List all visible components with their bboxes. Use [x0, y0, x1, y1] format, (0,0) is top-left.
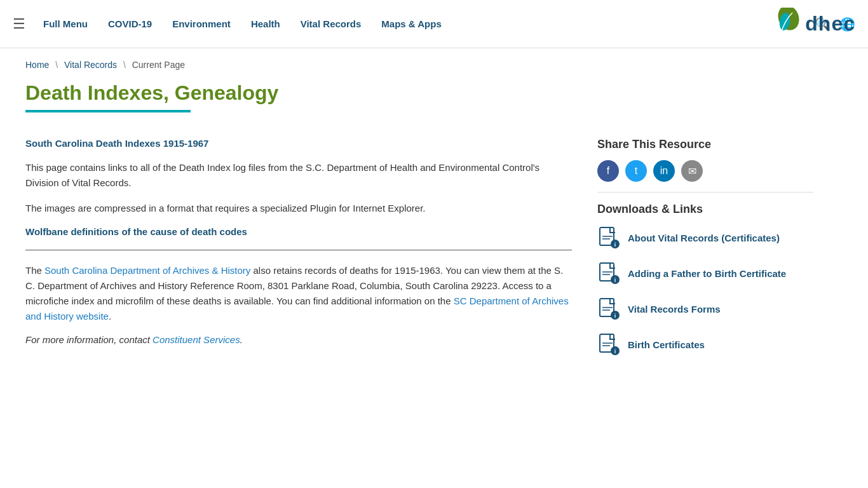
title-underline	[25, 110, 191, 112]
nav-covid19[interactable]: COVID-19	[98, 18, 162, 29]
download-item-about: i About Vital Records (Certificates)	[597, 226, 813, 249]
document-icon-forms: i	[597, 297, 620, 320]
content-right: Share This Resource f t in ✉ Downloads &…	[597, 138, 813, 369]
share-email-button[interactable]: ✉	[681, 160, 703, 182]
contact-paragraph: For more information, contact Constituen…	[25, 334, 572, 345]
breadcrumb-current: Current Page	[132, 60, 185, 70]
share-facebook-button[interactable]: f	[597, 160, 619, 182]
contact-suffix: .	[240, 334, 243, 345]
download-item-father: i Adding a Father to Birth Certificate	[597, 262, 813, 285]
archives-link[interactable]: South Carolina Department of Archives & …	[44, 265, 250, 276]
paragraph3-suffix: .	[109, 311, 111, 322]
paragraph1: This page contains links to all of the D…	[25, 160, 572, 191]
page-title: Death Indexes, Genealogy	[25, 81, 843, 105]
download-item-birth: i Birth Certificates	[597, 333, 813, 356]
section-divider	[25, 250, 572, 250]
nav-vital-records[interactable]: Vital Records	[290, 18, 372, 29]
breadcrumb: Home \ Vital Records \ Current Page	[0, 48, 868, 75]
share-linkedin-button[interactable]: in	[653, 160, 675, 182]
svg-text:i: i	[614, 348, 616, 355]
leaf-icon	[768, 8, 801, 41]
main-content: South Carolina Death Indexes 1915-1967 T…	[0, 125, 868, 394]
about-vital-records-link[interactable]: About Vital Records (Certificates)	[628, 233, 780, 243]
nav-health[interactable]: Health	[241, 18, 290, 29]
share-icons-row: f t in ✉	[597, 160, 813, 182]
downloads-heading: Downloads & Links	[597, 203, 813, 216]
download-item-forms: i Vital Records Forms	[597, 297, 813, 320]
svg-text:i: i	[614, 313, 616, 319]
svg-text:i: i	[614, 277, 616, 283]
adding-father-link[interactable]: Adding a Father to Birth Certificate	[628, 268, 786, 279]
dhec-logo: dhec	[768, 8, 855, 41]
main-nav: ☰ Full Menu COVID-19 Environment Health …	[0, 0, 868, 48]
nav-environment[interactable]: Environment	[162, 18, 241, 29]
birth-certificates-link[interactable]: Birth Certificates	[628, 339, 705, 350]
nav-links: Full Menu COVID-19 Environment Health Vi…	[33, 18, 810, 29]
constituent-services-link[interactable]: Constituent Services	[153, 334, 240, 345]
svg-text:i: i	[614, 241, 616, 248]
menu-icon[interactable]: ☰	[13, 16, 25, 32]
logo-area[interactable]: dhec	[768, 8, 855, 41]
breadcrumb-vital-records[interactable]: Vital Records	[64, 60, 117, 70]
document-icon-birth: i	[597, 333, 620, 356]
share-heading: Share This Resource	[597, 138, 813, 151]
paragraph2: The images are compressed in a format th…	[25, 201, 572, 216]
dhec-text: dhec	[805, 12, 855, 36]
contact-prefix: For more information, contact	[25, 334, 153, 345]
document-icon-about: i	[597, 226, 620, 249]
paragraph3-prefix: The	[25, 265, 44, 276]
nav-maps-apps[interactable]: Maps & Apps	[371, 18, 451, 29]
breadcrumb-sep2: \	[123, 60, 126, 70]
breadcrumb-home[interactable]: Home	[25, 60, 49, 70]
wolfbane-link[interactable]: Wolfbane definitions of the cause of dea…	[25, 226, 572, 237]
vital-records-forms-link[interactable]: Vital Records Forms	[628, 304, 721, 315]
document-icon-father: i	[597, 262, 620, 285]
content-left: South Carolina Death Indexes 1915-1967 T…	[25, 138, 572, 369]
paragraph3: The South Carolina Department of Archive…	[25, 263, 572, 324]
breadcrumb-sep1: \	[55, 60, 58, 70]
nav-full-menu[interactable]: Full Menu	[33, 18, 98, 29]
section-heading-link[interactable]: South Carolina Death Indexes 1915-1967	[25, 138, 572, 149]
share-twitter-button[interactable]: t	[625, 160, 647, 182]
sidebar-divider	[597, 192, 813, 193]
page-title-area: Death Indexes, Genealogy	[0, 75, 868, 125]
